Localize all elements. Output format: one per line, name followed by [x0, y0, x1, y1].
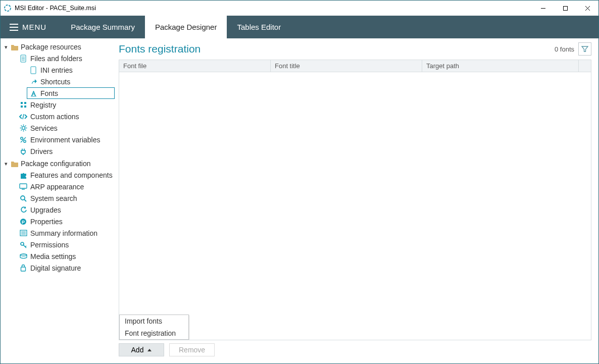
sidebar-item-shortcuts[interactable]: Shortcuts — [27, 76, 115, 87]
sidebar-section-label: Package configuration — [21, 160, 91, 168]
sidebar-item-features-and-components[interactable]: Features and components — [17, 169, 115, 181]
sidebar-item-custom-actions[interactable]: Custom actions — [17, 111, 115, 122]
tab-package-designer[interactable]: Package Designer — [145, 16, 227, 38]
registry-icon — [19, 101, 27, 109]
sidebar-item-label: Media settings — [30, 252, 76, 261]
svg-text:P: P — [22, 219, 25, 224]
shortcut-icon — [29, 78, 37, 86]
popup-font-registration[interactable]: Font registration — [120, 327, 188, 339]
table-footer: Add Remove — [119, 340, 591, 356]
svg-marker-41 — [582, 46, 588, 51]
svg-line-31 — [24, 199, 26, 201]
sidebar-item-label: Permissions — [30, 241, 69, 249]
svg-line-15 — [23, 114, 24, 119]
doc-icon — [19, 55, 27, 63]
sidebar-item-label: Shortcuts — [40, 78, 70, 86]
sidebar-item-media-settings[interactable]: Media settings — [17, 250, 115, 262]
sidebar-item-fonts[interactable]: Fonts — [27, 87, 115, 99]
hamburger-icon — [10, 24, 18, 31]
svg-line-21 — [21, 126, 22, 127]
sidebar-item-properties[interactable]: PProperties — [17, 216, 115, 227]
col-font-title[interactable]: Font title — [271, 60, 422, 72]
sidebar-item-label: Registry — [30, 101, 56, 109]
svg-point-16 — [22, 127, 25, 130]
sidebar-item-label: INI entries — [40, 66, 73, 74]
svg-rect-2 — [563, 6, 567, 10]
svg-rect-14 — [24, 106, 26, 108]
window-controls — [532, 1, 598, 16]
main-tabs: Package Summary Package Designer Tables … — [61, 16, 291, 38]
svg-rect-11 — [21, 102, 23, 104]
svg-line-27 — [21, 137, 26, 142]
refresh-icon — [19, 206, 27, 214]
sidebar-section-package-resources[interactable]: ▾Package resources — [4, 41, 115, 53]
sidebar-item-environment-variables[interactable]: Environment variables — [17, 134, 115, 145]
key-icon — [19, 241, 27, 249]
sidebar-item-upgrades[interactable]: Upgrades — [17, 204, 115, 216]
sidebar-item-summary-information[interactable]: Summary information — [17, 227, 115, 239]
filter-button[interactable] — [578, 42, 591, 56]
sidebar-item-digital-signature[interactable]: Digital signature — [17, 262, 115, 274]
ini-icon — [29, 66, 37, 74]
percent-icon — [19, 136, 27, 144]
list-icon — [19, 229, 27, 237]
search-icon — [19, 194, 27, 202]
chevron-down-icon: ▾ — [4, 44, 9, 50]
font-icon — [29, 89, 37, 97]
lock-icon — [19, 264, 27, 272]
svg-point-0 — [5, 5, 11, 11]
sidebar-item-files-and-folders[interactable]: Files and folders — [17, 53, 115, 64]
popup-import-fonts[interactable]: Import fonts — [120, 315, 188, 327]
sidebar-item-permissions[interactable]: Permissions — [17, 239, 115, 250]
sidebar-item-label: Summary information — [30, 229, 97, 237]
sidebar-item-system-search[interactable]: System search — [17, 192, 115, 204]
sidebar-section-package-configuration[interactable]: ▾Package configuration — [4, 158, 115, 169]
sidebar-item-label: Services — [30, 124, 58, 132]
add-button[interactable]: Add — [119, 343, 164, 356]
sidebar-item-label: Environment variables — [30, 136, 101, 144]
col-font-file[interactable]: Font file — [119, 60, 271, 72]
add-button-label: Add — [131, 346, 144, 354]
sidebar-item-drivers[interactable]: Drivers — [17, 145, 115, 157]
sidebar-item-arp-appearance[interactable]: ARP appearance — [17, 181, 115, 192]
minimize-button[interactable] — [532, 1, 554, 16]
sidebar-item-label: ARP appearance — [30, 183, 84, 191]
remove-button[interactable]: Remove — [169, 343, 215, 356]
sidebar-item-label: Upgrades — [30, 206, 61, 214]
menu-label: MENU — [22, 23, 46, 31]
puzzle-icon — [19, 171, 27, 179]
svg-line-23 — [25, 126, 26, 127]
window-title: MSI Editor - PACE_Suite.msi — [15, 5, 96, 12]
svg-point-25 — [21, 137, 23, 139]
sidebar-item-ini-entries[interactable]: INI entries — [27, 64, 115, 76]
svg-line-24 — [21, 130, 22, 131]
svg-line-22 — [25, 130, 26, 131]
table-body: Import fonts Font registration — [119, 72, 591, 340]
sidebar-item-label: Fonts — [40, 89, 58, 97]
code-icon — [19, 113, 27, 121]
svg-rect-13 — [21, 106, 23, 108]
maximize-button[interactable] — [554, 1, 576, 16]
sidebar-item-services[interactable]: Services — [17, 122, 115, 134]
gear-icon — [19, 124, 27, 132]
tab-package-summary[interactable]: Package Summary — [61, 16, 145, 38]
sidebar-item-registry[interactable]: Registry — [17, 99, 115, 111]
triangle-up-icon — [147, 349, 152, 351]
svg-point-30 — [21, 196, 25, 200]
sidebar-item-label: Features and components — [30, 171, 113, 179]
media-icon — [19, 252, 27, 261]
sidebar-item-label: Properties — [30, 218, 63, 226]
menu-button[interactable]: MENU — [1, 16, 56, 38]
main-content: Fonts registration 0 fonts Font file Fon… — [118, 38, 598, 363]
svg-rect-40 — [21, 267, 26, 271]
sidebar-item-label: Drivers — [30, 147, 53, 155]
close-button[interactable] — [576, 1, 598, 16]
tab-tables-editor[interactable]: Tables Editor — [227, 16, 291, 38]
svg-rect-28 — [20, 184, 27, 188]
svg-rect-12 — [24, 102, 26, 104]
table-header: Font file Font title Target path — [119, 60, 591, 72]
svg-point-26 — [24, 140, 26, 142]
sidebar-item-label: Custom actions — [30, 113, 79, 121]
col-gutter — [579, 60, 591, 72]
col-target-path[interactable]: Target path — [422, 60, 579, 72]
